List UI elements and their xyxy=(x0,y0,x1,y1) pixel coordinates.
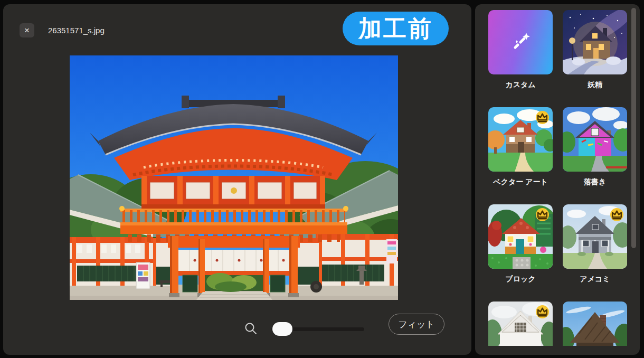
style-item-fairy[interactable]: 妖精 xyxy=(563,10,627,90)
style-item-wood-house[interactable] xyxy=(563,302,627,346)
style-label: ベクター アート xyxy=(488,177,553,187)
app-window: × 26351571_s.jpg 加工前 xyxy=(0,0,644,358)
style-thumb-custom[interactable] xyxy=(488,10,553,74)
style-label: カスタム xyxy=(488,80,553,90)
style-thumb-fairy[interactable] xyxy=(563,10,627,74)
zoom-slider-thumb[interactable] xyxy=(272,322,292,336)
style-thumb-comic[interactable] xyxy=(563,204,627,269)
close-icon: × xyxy=(24,25,30,35)
before-processing-badge: 加工前 xyxy=(343,12,449,45)
style-label: 妖精 xyxy=(563,80,627,90)
style-item-comic[interactable]: アメコミ xyxy=(563,204,627,284)
close-button[interactable]: × xyxy=(20,23,34,37)
filename-label: 26351571_s.jpg xyxy=(48,26,105,35)
premium-crown-badge xyxy=(610,208,623,221)
premium-crown-badge xyxy=(536,305,549,318)
styles-panel: カスタム xyxy=(475,4,640,355)
style-label: アメコミ xyxy=(563,275,627,284)
style-item-vector-art[interactable]: ベクター アート xyxy=(488,107,553,187)
fairy-thumbnail xyxy=(563,10,627,74)
style-thumb-wood-house[interactable] xyxy=(563,302,627,346)
crown-icon xyxy=(536,204,549,247)
magic-wand-icon xyxy=(508,30,533,55)
photo-canvas[interactable] xyxy=(70,55,398,300)
premium-crown-badge xyxy=(536,111,549,124)
wood-house-thumbnail xyxy=(563,302,627,346)
style-item-graffiti[interactable]: 落書き xyxy=(563,107,627,187)
style-item-custom[interactable]: カスタム xyxy=(488,10,553,90)
crown-icon xyxy=(610,204,623,247)
shrine-photo xyxy=(70,55,398,300)
style-thumb-white-house[interactable] xyxy=(488,302,553,346)
style-thumb-vector-art[interactable] xyxy=(488,107,553,172)
styles-grid: カスタム xyxy=(488,10,627,346)
style-label: ブロック xyxy=(488,275,553,284)
zoom-slider[interactable] xyxy=(271,322,364,336)
crown-icon xyxy=(536,107,549,150)
style-thumb-graffiti[interactable] xyxy=(563,107,627,172)
style-label: 落書き xyxy=(563,177,627,187)
style-thumb-block[interactable] xyxy=(488,204,553,269)
graffiti-thumbnail xyxy=(563,107,627,172)
style-item-block[interactable]: ブロック xyxy=(488,204,553,284)
fit-button[interactable]: フィット xyxy=(389,314,444,335)
crown-icon xyxy=(536,302,549,344)
premium-crown-badge xyxy=(536,208,549,221)
magnifier-icon xyxy=(244,322,259,336)
styles-scrollbar-thumb[interactable] xyxy=(631,8,636,248)
zoom-controls xyxy=(244,322,364,336)
style-item-white-house[interactable] xyxy=(488,302,553,346)
viewer-panel: × 26351571_s.jpg 加工前 xyxy=(3,4,471,355)
